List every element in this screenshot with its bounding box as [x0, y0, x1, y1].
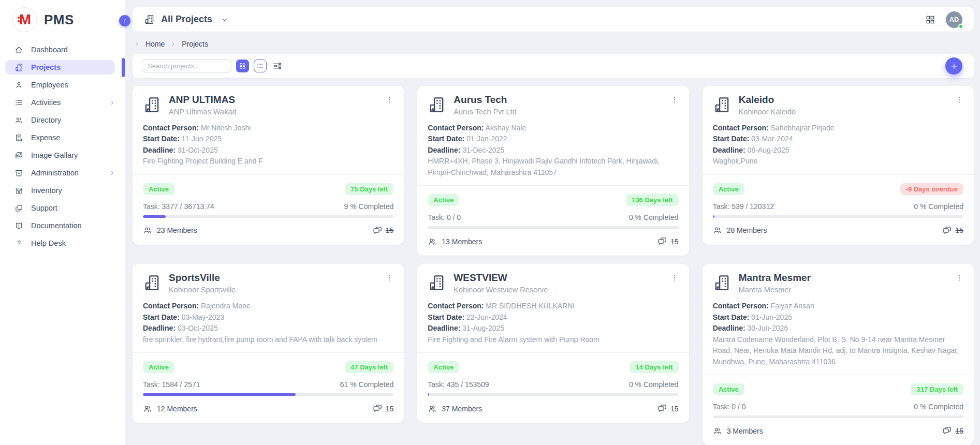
task-count: Task: 0 / 0 [428, 213, 461, 221]
deadline-row: Deadline: 31-Aug-2025 [428, 323, 678, 334]
kebab-menu-icon[interactable] [670, 273, 679, 283]
breadcrumb: Home Projects [134, 40, 974, 48]
users-icon [428, 237, 437, 246]
task-row: Task: 3377 / 36713.74 9 % Completed [143, 202, 393, 211]
project-title[interactable]: SportsVille [169, 272, 236, 284]
search-input[interactable] [142, 60, 231, 72]
project-card: SportsVille Kohinoor Sportsville Contact… [133, 264, 404, 423]
project-card-header: Mantra Mesmer Mantra Mesmer [713, 272, 963, 294]
sidebar-item[interactable]: Dashboard [0, 42, 125, 57]
sidebar-item[interactable]: Documentation [0, 218, 125, 233]
status-badge: Active [713, 183, 744, 195]
add-project-button[interactable] [945, 57, 962, 75]
building-icon [144, 14, 155, 25]
project-card: ANP ULTIMAS ANP Ultimas Wakad Contact Pe… [133, 86, 404, 245]
project-subtitle: Aurus Tech Pvt Ltd [454, 108, 516, 116]
sidebar-item[interactable]: Support [0, 201, 125, 215]
project-title[interactable]: ANP ULTIMAS [169, 94, 237, 106]
progress-fill [143, 393, 296, 396]
sidebar-item[interactable]: Employees [0, 78, 125, 92]
contact-person-label: Contact Person: [428, 302, 484, 310]
kebab-menu-icon[interactable] [670, 95, 679, 105]
list-icon [14, 98, 23, 107]
sidebar-item-label: Administration [31, 169, 79, 177]
sidebar-item[interactable]: Inventory [0, 183, 125, 198]
project-title[interactable]: Aurus Tech [454, 94, 516, 106]
avatar[interactable]: AD [946, 11, 962, 28]
sidebar-item[interactable]: Directory [0, 113, 125, 127]
grid-view-button[interactable] [236, 60, 249, 72]
chat-icon [657, 404, 667, 413]
contact-person-row: Contact Person: Faiyaz Ansari [713, 301, 963, 312]
completed-percent: 0 % Completed [629, 213, 679, 221]
sidebar-item[interactable]: Expense [0, 130, 125, 145]
building-icon [143, 96, 161, 114]
comments-link[interactable]: 15 [657, 404, 679, 413]
progress-fill [428, 393, 429, 396]
projects-toolbar [133, 54, 974, 78]
filter-sliders-icon[interactable] [272, 61, 283, 71]
members-link[interactable]: 28 Members [713, 226, 767, 235]
contact-person-value: Faiyaz Ansari [771, 302, 814, 310]
contact-person-label: Contact Person: [713, 302, 769, 310]
comments-link[interactable]: 15 [942, 426, 963, 436]
status-row: Active 75 Days left [143, 183, 393, 195]
sidebar-item[interactable]: Activities [0, 95, 125, 110]
sidebar-item[interactable]: Image Gallary [0, 148, 125, 162]
kebab-menu-icon[interactable] [955, 273, 963, 283]
chevron-right-icon [170, 41, 177, 48]
chevron-right-icon [134, 41, 140, 48]
start-date-label: Start Date: [143, 313, 180, 321]
project-info: Contact Person: Mr Nitesh Joshi Start Da… [143, 123, 393, 167]
members-link[interactable]: 37 Members [428, 404, 482, 413]
avatar-initials: AD [949, 16, 959, 23]
logo-letter: M [19, 11, 31, 28]
task-row: Task: 0 / 0 0 % Completed [713, 403, 963, 411]
project-scope-selector[interactable]: All Projects [144, 14, 229, 25]
kebab-menu-icon[interactable] [385, 273, 393, 283]
project-title[interactable]: Mantra Mesmer [739, 272, 811, 284]
start-date-label: Start Date: [428, 313, 464, 321]
breadcrumb-item[interactable]: Home [134, 40, 165, 48]
project-title[interactable]: Kaleido [739, 94, 796, 106]
list-view-button[interactable] [254, 60, 267, 72]
contact-person-value: Rajendra Mane [201, 302, 251, 310]
project-card-header: SportsVille Kohinoor Sportsville [143, 272, 393, 294]
sidebar-item-label: Activities [31, 98, 61, 107]
deadline-label: Deadline: [143, 324, 175, 332]
sidebar-collapse-button[interactable] [119, 15, 130, 26]
kebab-menu-icon[interactable] [955, 95, 963, 105]
sidebar-item[interactable]: Help Desk [0, 236, 125, 250]
contact-person-label: Contact Person: [428, 124, 484, 132]
question-icon [14, 239, 23, 248]
kebab-menu-icon[interactable] [385, 95, 393, 105]
app-name: PMS [44, 12, 74, 28]
sidebar-item[interactable]: Administration [0, 166, 125, 180]
breadcrumb-item[interactable]: Projects [170, 40, 208, 48]
comments-link[interactable]: 15 [373, 226, 394, 235]
comments-count: 15 [386, 226, 394, 234]
task-row: Task: 0 / 0 0 % Completed [428, 213, 678, 221]
comments-link[interactable]: 15 [373, 404, 394, 413]
users-icon [143, 404, 152, 413]
project-card-header: Aurus Tech Aurus Tech Pvt Ltd [428, 94, 678, 116]
deadline-value: 08-Aug-2025 [748, 146, 789, 154]
project-title[interactable]: WESTVIEW [454, 272, 548, 284]
members-link[interactable]: 13 Members [428, 237, 482, 246]
comments-link[interactable]: 15 [657, 236, 679, 246]
card-footer: 12 Members 15 [143, 404, 393, 413]
start-date-value: 11-Jun-2025 [182, 135, 222, 143]
members-link[interactable]: 12 Members [143, 404, 197, 413]
project-subtitle: Mantra Mesmer [739, 286, 811, 294]
apps-grid-icon[interactable] [925, 14, 935, 25]
chat-icon [942, 226, 952, 235]
sidebar-item[interactable]: Projects [5, 60, 115, 75]
task-row: Task: 539 / 120312 0 % Completed [713, 202, 963, 211]
card-footer: 3 Members 15 [713, 426, 963, 436]
members-link[interactable]: 23 Members [143, 226, 197, 235]
deadline-label: Deadline: [713, 324, 745, 332]
sidebar-item-label: Inventory [31, 186, 62, 195]
members-link[interactable]: 3 Members [713, 426, 763, 436]
users-icon [713, 226, 722, 235]
comments-link[interactable]: 15 [942, 226, 963, 235]
